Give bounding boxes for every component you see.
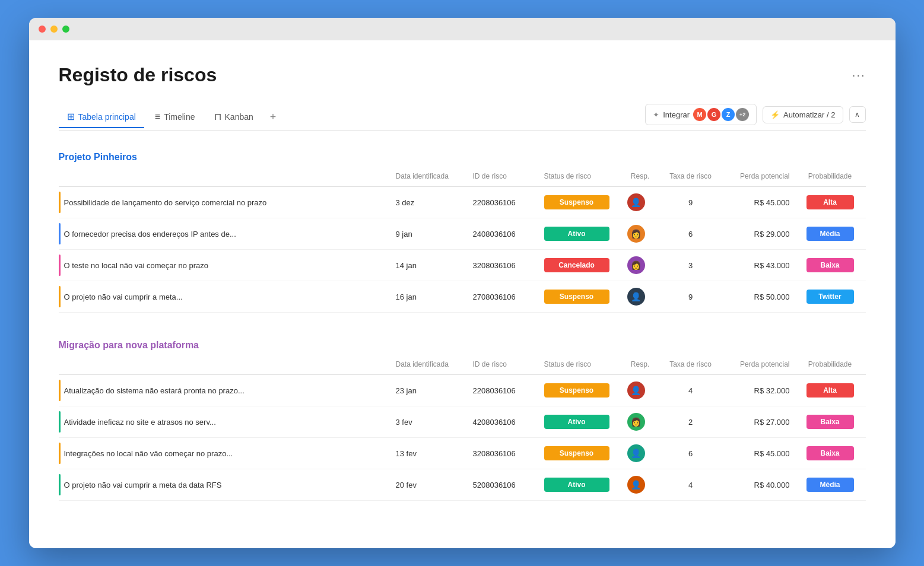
s2-row2-taxa: 2 — [658, 413, 723, 431]
row1-prob: Alta — [795, 190, 866, 214]
row2-taxa: 6 — [658, 225, 723, 243]
s2-row1-perda: R$ 32.000 — [723, 381, 795, 400]
minimize-dot[interactable] — [50, 26, 58, 33]
s2-row2-resp: 👩 — [623, 408, 658, 435]
s2-row4-prob: Média — [795, 473, 866, 497]
section-migracao: Migração para nova plataforma Data ident… — [59, 336, 866, 501]
integrar-button[interactable]: ✦ Integrar M G Z +2 — [645, 104, 757, 125]
s2-row3-prob: Baixa — [795, 441, 866, 465]
table-icon: ⊞ — [67, 111, 75, 122]
monday-icon: M — [693, 108, 706, 121]
col-prob: Probabilidade — [795, 170, 866, 183]
status-badge: Suspenso — [544, 446, 609, 460]
status-badge: Ativo — [544, 415, 609, 429]
status-badge: Suspenso — [544, 383, 609, 398]
s2-row1-text: Atualização do sistema não estará pronta… — [64, 386, 245, 395]
s2-row4-perda: R$ 40.000 — [723, 476, 795, 494]
avatar: 👤 — [627, 444, 645, 462]
row1-resp: 👤 — [623, 189, 658, 216]
table-row: Possibilidade de lançamento do serviço c… — [59, 187, 866, 218]
table-row: Atualização do sistema não estará pronta… — [59, 375, 866, 406]
tab-bar: ⊞ Tabela principal ≡ Timeline ⊓ Kanban + — [59, 106, 282, 128]
integrar-icon: ✦ — [653, 110, 659, 119]
tab-kanban[interactable]: ⊓ Kanban — [206, 106, 262, 128]
row2-id: 2408036106 — [468, 225, 539, 243]
main-content: Registo de riscos ··· ⊞ Tabela principal… — [29, 40, 896, 548]
s2-row2-prob: Baixa — [795, 410, 866, 434]
status-badge: Ativo — [544, 227, 609, 241]
page-title: Registo de riscos — [59, 64, 217, 86]
s2-row3-resp: 👤 — [623, 440, 658, 467]
automatizar-button[interactable]: ⚡ Automatizar / 2 — [763, 106, 843, 123]
status-badge: Suspenso — [544, 195, 609, 209]
table-row: Integrações no local não vão começar no … — [59, 438, 866, 469]
s2-row2-id: 4208036106 — [468, 413, 539, 431]
s2-row4-taxa: 4 — [658, 476, 723, 494]
row2-date: 9 jan — [391, 225, 468, 243]
avatar: 👩 — [627, 413, 645, 431]
section1-header: Projeto Pinheiros — [59, 148, 866, 166]
tab-kanban-label: Kanban — [225, 112, 253, 122]
s2-row2-status: Ativo — [539, 410, 623, 434]
col-status: Status de risco — [539, 170, 623, 183]
col-prob2: Probabilidade — [795, 358, 866, 371]
more-button[interactable]: ··· — [852, 68, 866, 82]
row-indicator — [59, 411, 61, 433]
s2-row1-id: 2208036106 — [468, 381, 539, 400]
row4-text: O projeto não vai cumprir a meta... — [64, 292, 183, 301]
row-indicator — [59, 255, 61, 276]
s2-row2-text: Atividade ineficaz no site e atrasos no … — [64, 418, 216, 427]
row4-resp: 👤 — [623, 283, 658, 310]
collapse-button[interactable]: ∧ — [849, 106, 866, 123]
col-name — [59, 170, 391, 183]
col-resp2: Resp. — [623, 358, 658, 371]
avatar: 👩 — [627, 256, 645, 274]
close-dot[interactable] — [39, 26, 46, 33]
status-badge: Ativo — [544, 478, 609, 492]
s2-row3-taxa: 6 — [658, 444, 723, 463]
s2-row1-taxa: 4 — [658, 381, 723, 400]
integrar-label: Integrar — [663, 110, 690, 119]
s2-row4-resp: 👤 — [623, 471, 658, 498]
avatar: 👩 — [627, 225, 645, 243]
s2-row2-name-cell: Atividade ineficaz no site e atrasos no … — [59, 406, 391, 437]
row4-date: 16 jan — [391, 288, 468, 306]
col-id2: ID de risco — [468, 358, 539, 371]
status-badge: Cancelado — [544, 258, 609, 272]
tab-tabela-label: Tabela principal — [78, 112, 136, 122]
row-indicator — [59, 380, 61, 401]
maximize-dot[interactable] — [62, 26, 69, 33]
prob-badge: Baixa — [806, 415, 854, 429]
tab-tabela[interactable]: ⊞ Tabela principal — [59, 106, 144, 128]
s2-row2-date: 3 fev — [391, 413, 468, 431]
s2-row4-text: O projeto não vai cumprir a meta da data… — [64, 481, 222, 489]
prob-badge: Alta — [806, 383, 854, 398]
col-status2: Status de risco — [539, 358, 623, 371]
row3-perda: R$ 43.000 — [723, 256, 795, 275]
row4-prob: Twitter — [795, 285, 866, 309]
row4-status: Suspenso — [539, 285, 623, 309]
section2-col-headers: Data identificada ID de risco Status de … — [59, 354, 866, 375]
row3-text: O teste no local não vai começar no praz… — [64, 261, 209, 270]
tab-timeline[interactable]: ≡ Timeline — [147, 107, 204, 128]
col-perda2: Perda potencial — [723, 358, 795, 371]
row-indicator — [59, 474, 61, 495]
tab-timeline-label: Timeline — [164, 112, 195, 122]
prob-badge: Baixa — [806, 446, 854, 460]
s2-row1-name-cell: Atualização do sistema não estará pronta… — [59, 375, 391, 406]
s2-row1-resp: 👤 — [623, 377, 658, 404]
row3-id: 3208036106 — [468, 256, 539, 275]
add-tab-button[interactable]: + — [264, 106, 282, 128]
col-data2: Data identificada — [391, 358, 468, 371]
section2-title: Migração para nova plataforma — [59, 336, 199, 354]
s2-row4-status: Ativo — [539, 473, 623, 497]
row1-status: Suspenso — [539, 190, 623, 214]
row2-name-cell: O fornecedor precisa dos endereços IP an… — [59, 218, 391, 249]
row3-name-cell: O teste no local não vai começar no praz… — [59, 250, 391, 281]
s2-row1-status: Suspenso — [539, 379, 623, 402]
prob-badge: Twitter — [806, 290, 854, 304]
kanban-icon: ⊓ — [214, 111, 221, 122]
row-indicator — [59, 192, 61, 213]
gmail-icon: G — [707, 108, 720, 121]
integration-count: +2 — [736, 108, 749, 121]
